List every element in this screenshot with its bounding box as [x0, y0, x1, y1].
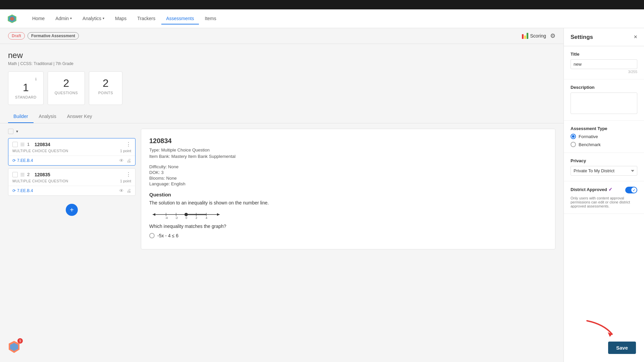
nav-assessments[interactable]: Assessments — [161, 13, 199, 24]
type-formative-option[interactable]: Formative — [571, 134, 637, 139]
settings-privacy-select[interactable]: Private To My District Public Private — [571, 166, 637, 176]
settings-district-section: District Approved ✓ ✓ Only users with co… — [564, 181, 644, 214]
nav-admin[interactable]: Admin ▾ — [51, 13, 76, 24]
district-approved-label: District Approved ✓ — [571, 187, 612, 192]
number-line-svg: -4 -2 0 2 4 — [149, 209, 223, 220]
answer-text-1: -5x - 4 ≤ 6 — [157, 233, 178, 238]
settings-panel: Settings × Title 3/255 Description Asses… — [564, 28, 644, 362]
bar-red — [522, 34, 524, 39]
stat-standard: ℹ 1 STANDARD — [8, 71, 44, 105]
type-formative-radio[interactable] — [571, 134, 576, 139]
tab-answer-key[interactable]: Answer Key — [62, 110, 98, 123]
bar-green — [527, 33, 528, 39]
settings-type-label: Assessment Type — [571, 126, 637, 131]
svg-text:-4: -4 — [165, 216, 168, 220]
q2-preview-icon[interactable]: 👁 — [119, 188, 124, 193]
detail-type: Type: Multiple Choice Question — [149, 147, 547, 153]
formative-badge[interactable]: Formative Assessment — [28, 32, 79, 40]
bar-yellow — [524, 36, 526, 39]
q1-drag-handle[interactable] — [20, 142, 25, 147]
settings-gear-icon[interactable]: ⚙ — [550, 32, 555, 40]
type-benchmark-radio[interactable] — [571, 142, 576, 147]
detail-language: Language: English — [149, 181, 547, 186]
q2-menu-icon[interactable]: ⋮ — [126, 171, 131, 178]
type-benchmark-option[interactable]: Benchmark — [571, 142, 637, 147]
nav-items: Home Admin ▾ Analytics ▾ Maps Trackers A… — [28, 13, 637, 24]
q2-type: MULTIPLE CHOICE QUESTION — [12, 179, 68, 183]
district-approved-note: Only users with content approval permiss… — [571, 196, 637, 208]
logo-wrapper: 9 — [7, 340, 21, 355]
list-controls: ▾ — [8, 129, 136, 134]
svg-marker-4 — [153, 213, 155, 216]
stat-number-points: 2 — [96, 77, 115, 89]
q2-number: 2 — [27, 172, 33, 177]
settings-close-button[interactable]: × — [634, 34, 637, 41]
nav-trackers[interactable]: Trackers — [132, 13, 160, 24]
q2-print-icon[interactable]: 🖨 — [126, 188, 131, 193]
question-card-2[interactable]: 2 120835 ⋮ MULTIPLE CHOICE QUESTION 1 po… — [8, 168, 136, 196]
q2-drag-handle[interactable] — [20, 172, 25, 177]
nav-home[interactable]: Home — [28, 13, 49, 24]
svg-text:4: 4 — [206, 216, 207, 220]
detail-blooms: Blooms: None — [149, 176, 547, 181]
stat-questions: 2 QUESTIONS — [48, 71, 85, 105]
nav-logo[interactable] — [7, 13, 17, 24]
q1-checkbox[interactable] — [12, 142, 18, 147]
type-formative-label: Formative — [579, 134, 598, 139]
question-list: ▾ 1 120834 ⋮ MULTIPLE CHOICE QUESTION — [8, 129, 136, 249]
type-benchmark-label: Benchmark — [579, 142, 601, 147]
detail-question-text2: Which inequality matches the graph? — [149, 224, 547, 229]
main-nav: Home Admin ▾ Analytics ▾ Maps Trackers A… — [0, 9, 644, 28]
nav-maps[interactable]: Maps — [110, 13, 131, 24]
detail-info-grid: Difficulty: None DOK: 3 Blooms: None Lan… — [149, 164, 547, 186]
q1-preview-icon[interactable]: 👁 — [119, 158, 124, 163]
builder-area: ▾ 1 120834 ⋮ MULTIPLE CHOICE QUESTION — [0, 123, 564, 255]
stats-row: ℹ 1 STANDARD 2 QUESTIONS 2 POINTS — [0, 71, 564, 110]
district-approved-toggle[interactable]: ✓ — [625, 187, 637, 193]
q1-number: 1 — [27, 142, 33, 147]
info-icon[interactable]: ℹ — [35, 77, 37, 81]
scoring-bars-icon — [522, 33, 528, 39]
scoring-button[interactable]: Scoring — [522, 33, 546, 39]
settings-description-textarea[interactable] — [571, 93, 637, 114]
q2-checkbox[interactable] — [12, 172, 18, 177]
select-all-checkbox[interactable] — [8, 129, 13, 134]
detail-difficulty: Difficulty: None — [149, 164, 547, 169]
breadcrumb-right: Scoring ⚙ — [522, 32, 555, 40]
settings-privacy-section: Privacy Private To My District Public Pr… — [564, 153, 644, 181]
toggle-check-icon: ✓ — [633, 188, 635, 192]
assessment-title: new — [8, 51, 555, 60]
settings-title-section: Title 3/255 — [564, 46, 644, 79]
save-button[interactable]: Save — [608, 342, 636, 354]
svg-text:-2: -2 — [175, 216, 178, 220]
top-bar — [0, 0, 644, 9]
standard-icon: ⟳ — [12, 158, 16, 163]
draft-badge[interactable]: Draft — [8, 32, 25, 40]
breadcrumb-bar: Draft Formative Assessment Scoring ⚙ — [0, 28, 564, 44]
q1-standard: ⟳ 7.EE.B.4 — [12, 158, 33, 163]
settings-privacy-label: Privacy — [571, 158, 637, 163]
question-detail: 120834 Type: Multiple Choice Question It… — [141, 129, 555, 249]
arrow-annotation — [584, 317, 617, 342]
scoring-label: Scoring — [530, 33, 546, 39]
add-question-button[interactable]: + — [66, 204, 78, 216]
settings-title-input[interactable] — [571, 59, 637, 69]
detail-dok: DOK: 3 — [149, 170, 547, 175]
q1-menu-icon[interactable]: ⋮ — [126, 141, 131, 147]
nav-analytics[interactable]: Analytics ▾ — [78, 13, 109, 24]
tab-builder[interactable]: Builder — [8, 110, 34, 123]
q1-print-icon[interactable]: 🖨 — [126, 158, 131, 163]
tab-analysis[interactable]: Analysis — [34, 110, 62, 123]
nav-items[interactable]: Items — [200, 13, 221, 24]
breadcrumb-left: Draft Formative Assessment — [8, 32, 79, 40]
settings-char-count: 3/255 — [571, 70, 637, 74]
answer-radio-1[interactable] — [149, 233, 155, 238]
notification-badge[interactable]: 9 — [17, 338, 23, 344]
settings-title-label: Title — [571, 52, 637, 57]
list-chevron-icon[interactable]: ▾ — [16, 129, 18, 134]
question-card-1[interactable]: 1 120834 ⋮ MULTIPLE CHOICE QUESTION 1 po… — [8, 138, 136, 166]
q1-footer: ⟳ 7.EE.B.4 👁 🖨 — [8, 156, 135, 165]
assessment-header: new Math | CCSS: Traditional | 7th Grade — [0, 44, 564, 71]
q2-sub: MULTIPLE CHOICE QUESTION 1 point — [8, 179, 135, 186]
arrow-svg — [584, 317, 617, 341]
